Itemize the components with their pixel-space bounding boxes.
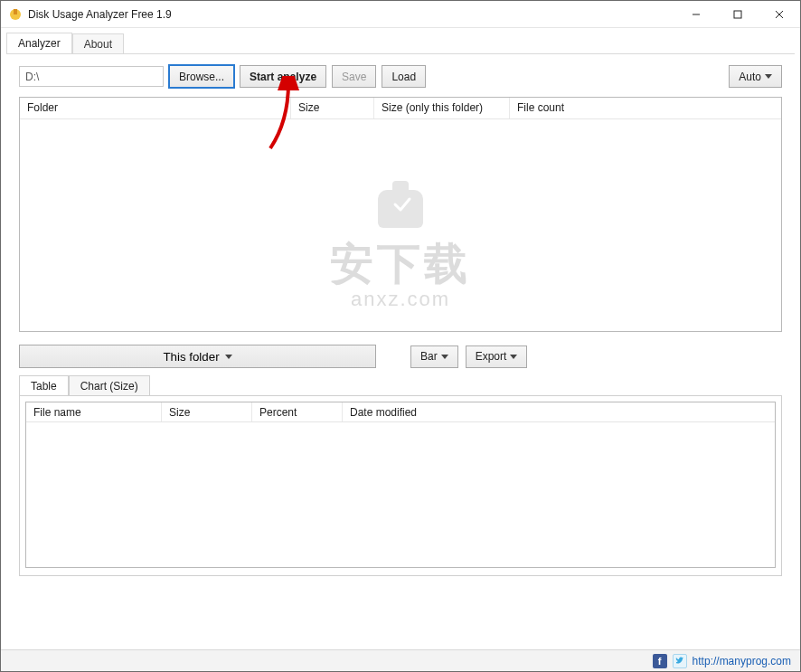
svg-rect-1 bbox=[14, 9, 17, 14]
col-file-count[interactable]: File count bbox=[510, 98, 582, 118]
chevron-down-icon bbox=[225, 355, 232, 359]
tab-chart-size[interactable]: Chart (Size) bbox=[69, 375, 150, 396]
auto-label: Auto bbox=[739, 71, 761, 83]
tab-table[interactable]: Table bbox=[19, 375, 69, 396]
folder-tree[interactable]: Folder Size Size (only this folder) File… bbox=[19, 97, 782, 332]
toolbar: Browse... Start analyze Save Load Auto bbox=[19, 65, 782, 88]
bar-dropdown[interactable]: Bar bbox=[410, 345, 458, 368]
auto-dropdown[interactable]: Auto bbox=[729, 65, 782, 88]
bar-label: Bar bbox=[420, 350, 438, 363]
svg-rect-6 bbox=[392, 181, 409, 194]
col-file-size[interactable]: Size bbox=[162, 402, 252, 421]
app-icon bbox=[8, 7, 23, 22]
maximize-button[interactable] bbox=[717, 1, 759, 28]
analyzer-panel: Browse... Start analyze Save Load Auto F… bbox=[6, 53, 795, 644]
watermark-domain: anxz.com bbox=[330, 288, 471, 311]
facebook-icon[interactable]: f bbox=[653, 654, 667, 668]
col-size[interactable]: Size bbox=[291, 98, 374, 118]
app-window: Disk Usage Analyzer Free 1.9 Analyzer Ab… bbox=[0, 0, 801, 672]
homepage-link[interactable]: http://manyprog.com bbox=[693, 655, 791, 667]
export-dropdown[interactable]: Export bbox=[466, 345, 528, 368]
watermark: 安下载 anxz.com bbox=[330, 174, 471, 311]
chevron-down-icon bbox=[765, 74, 772, 79]
browse-button[interactable]: Browse... bbox=[169, 65, 234, 88]
file-table-header: File name Size Percent Date modified bbox=[26, 402, 775, 422]
tab-about[interactable]: About bbox=[72, 33, 124, 54]
file-table[interactable]: File name Size Percent Date modified bbox=[25, 402, 776, 568]
close-button[interactable] bbox=[759, 1, 800, 28]
this-folder-label: This folder bbox=[163, 350, 219, 364]
chevron-down-icon bbox=[441, 355, 448, 359]
this-folder-dropdown[interactable]: This folder bbox=[19, 345, 376, 368]
col-percent[interactable]: Percent bbox=[252, 402, 343, 421]
save-button[interactable]: Save bbox=[332, 65, 376, 88]
main-tabs: Analyzer About bbox=[1, 28, 800, 53]
load-button[interactable]: Load bbox=[382, 65, 426, 88]
watermark-text: 安下载 bbox=[330, 235, 471, 293]
path-input[interactable] bbox=[19, 66, 164, 87]
col-date-modified[interactable]: Date modified bbox=[343, 402, 478, 421]
tree-header: Folder Size Size (only this folder) File… bbox=[20, 98, 781, 119]
window-title: Disk Usage Analyzer Free 1.9 bbox=[28, 8, 172, 21]
col-size-only[interactable]: Size (only this folder) bbox=[374, 98, 510, 118]
twitter-icon[interactable] bbox=[673, 654, 687, 668]
minimize-button[interactable] bbox=[675, 1, 717, 28]
start-analyze-button[interactable]: Start analyze bbox=[240, 65, 326, 88]
lower-tabs: Table Chart (Size) bbox=[19, 375, 782, 396]
title-bar: Disk Usage Analyzer Free 1.9 bbox=[1, 1, 800, 28]
svg-rect-3 bbox=[734, 11, 741, 18]
status-bar: f http://manyprog.com bbox=[1, 649, 800, 671]
col-file-name[interactable]: File name bbox=[26, 402, 162, 421]
chevron-down-icon bbox=[510, 355, 517, 359]
tab-analyzer[interactable]: Analyzer bbox=[6, 33, 72, 53]
export-label: Export bbox=[476, 350, 507, 363]
lower-panel: File name Size Percent Date modified bbox=[19, 395, 782, 576]
tree-body: 安下载 anxz.com bbox=[20, 119, 781, 331]
col-folder[interactable]: Folder bbox=[20, 98, 291, 118]
mid-controls: This folder Bar Export bbox=[19, 345, 782, 368]
